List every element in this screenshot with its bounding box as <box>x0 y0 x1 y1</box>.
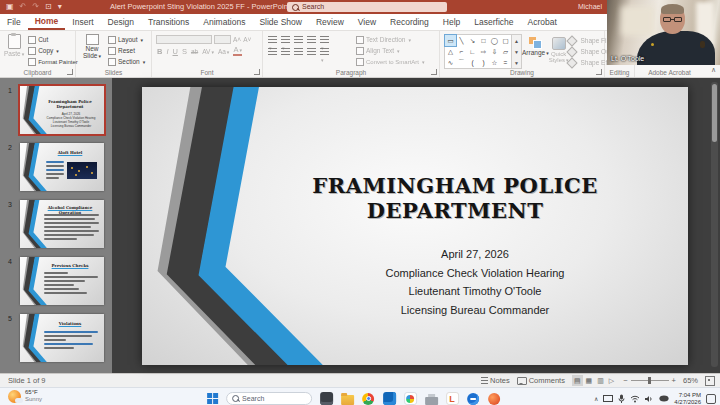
text-direction-button[interactable]: Text Direction <box>356 34 425 45</box>
taskbar-app-printer[interactable] <box>424 391 438 405</box>
zoom-slider-thumb[interactable] <box>648 377 651 384</box>
start-slideshow-icon[interactable]: ⊡ <box>45 0 52 14</box>
canvas-scrollbar[interactable] <box>711 82 718 367</box>
weather-widget[interactable]: 65°F Sunny <box>8 389 42 403</box>
strikethrough-button[interactable]: ab <box>191 48 198 55</box>
align-left-button[interactable] <box>268 48 277 55</box>
gallery-scroll-up-icon[interactable]: ▲ <box>512 35 521 46</box>
customize-qat-icon[interactable]: ▾ <box>58 0 62 14</box>
tab-insert[interactable]: Insert <box>65 14 100 30</box>
slideshow-view-icon[interactable]: ▷ <box>607 375 616 386</box>
reading-view-icon[interactable]: ▥ <box>595 375 606 386</box>
shape-text-box-icon[interactable]: ▭ <box>445 35 456 46</box>
tab-file[interactable]: File <box>0 14 28 30</box>
copy-button[interactable]: Copy <box>28 45 78 56</box>
account-user-name[interactable]: Michael <box>578 0 602 14</box>
tab-laserfiche[interactable]: Laserfiche <box>467 14 520 30</box>
zoom-level[interactable]: 65% <box>683 376 698 385</box>
taskbar-app-chrome[interactable] <box>361 391 375 405</box>
wifi-icon[interactable] <box>630 395 640 403</box>
shape-line-icon[interactable]: ╲ <box>456 35 467 46</box>
zoom-in-icon[interactable]: + <box>672 376 676 385</box>
taskbar-search-box[interactable]: Search <box>226 392 312 405</box>
gallery-scroll-down-icon[interactable]: ▼ <box>512 46 521 57</box>
change-case-button[interactable]: Aa <box>218 48 229 55</box>
taskbar-app-blue-circle[interactable] <box>466 391 480 405</box>
shape-curve-icon[interactable]: ∿ <box>445 57 456 68</box>
volume-icon[interactable] <box>645 395 654 403</box>
start-button[interactable] <box>207 393 219 405</box>
convert-smartart-button[interactable]: Convert to SmartArt <box>356 56 425 67</box>
reset-button[interactable]: Reset <box>108 45 145 56</box>
character-spacing-button[interactable]: AV <box>202 48 214 55</box>
hidden-icons-chevron-icon[interactable]: ∧ <box>594 395 598 402</box>
bullets-button[interactable] <box>268 36 277 43</box>
microphone-icon[interactable] <box>618 394 625 403</box>
increase-indent-button[interactable] <box>307 36 316 43</box>
shape-equal-icon[interactable]: = <box>500 57 511 68</box>
text-shadow-button[interactable]: S <box>182 47 187 56</box>
shape-rounded-rectangle-icon[interactable]: ▢ <box>500 35 511 46</box>
tab-transitions[interactable]: Transitions <box>141 14 196 30</box>
shape-rectangle-icon[interactable]: □ <box>478 35 489 46</box>
redo-icon[interactable]: ↷ <box>32 0 39 14</box>
tab-slide-show[interactable]: Slide Show <box>252 14 309 30</box>
line-spacing-button[interactable] <box>320 36 329 43</box>
taskbar-app-dark-notebook[interactable] <box>319 391 333 405</box>
taskbar-app-outlook[interactable] <box>382 391 396 405</box>
grow-font-button[interactable]: A˄ <box>233 36 241 43</box>
undo-icon[interactable]: ↶ <box>20 0 27 14</box>
shape-right-angle-icon[interactable]: ∟ <box>467 46 478 57</box>
align-right-button[interactable] <box>294 48 303 55</box>
comments-button[interactable]: Comments <box>517 376 565 385</box>
tab-recording[interactable]: Recording <box>383 14 436 30</box>
justify-button[interactable] <box>307 48 316 55</box>
slide-thumbnail-5[interactable]: Violations <box>20 314 104 362</box>
drawing-dialog-launcher[interactable] <box>596 69 602 75</box>
cut-button[interactable]: Cut <box>28 34 78 45</box>
tab-animations[interactable]: Animations <box>196 14 252 30</box>
taskbar-clock[interactable]: 7:04 PM 4/27/2026 <box>674 392 701 405</box>
tab-acrobat[interactable]: Acrobat <box>521 14 564 30</box>
arrange-button[interactable]: Arrange <box>522 34 549 69</box>
shape-triangle-icon[interactable]: △ <box>445 46 456 57</box>
zoom-out-icon[interactable]: − <box>623 376 627 385</box>
cast-screen-icon[interactable] <box>603 395 613 403</box>
tab-review[interactable]: Review <box>309 14 351 30</box>
italic-button[interactable]: I <box>166 47 168 56</box>
shrink-font-button[interactable]: A˅ <box>243 36 251 43</box>
slide-thumbnail-3[interactable]: Alcohol Compliance Operation <box>20 200 104 248</box>
scrollbar-thumb[interactable] <box>712 84 717 142</box>
font-size-combobox[interactable] <box>214 35 231 44</box>
bold-button[interactable]: B <box>157 47 162 56</box>
tab-help[interactable]: Help <box>436 14 467 30</box>
new-slide-button[interactable]: New Slide <box>79 31 105 67</box>
taskbar-app-laserfiche[interactable]: L <box>445 391 459 405</box>
notification-center-icon[interactable] <box>706 394 716 404</box>
taskbar-app-file-explorer[interactable] <box>340 391 354 405</box>
clipboard-dialog-launcher[interactable] <box>67 69 73 75</box>
numbering-button[interactable] <box>281 36 290 43</box>
shape-parallelogram-icon[interactable]: ▱ <box>500 46 511 57</box>
decrease-indent-button[interactable] <box>294 36 303 43</box>
slide-subtitle[interactable]: April 27, 2026 Compliance Check Violatio… <box>292 245 658 319</box>
current-slide[interactable]: FRAMINGHAM POLICE DEPARTMENT April 27, 2… <box>142 87 688 365</box>
zoom-slider[interactable] <box>631 380 669 381</box>
normal-view-icon[interactable]: ▤ <box>572 375 583 386</box>
paragraph-dialog-launcher[interactable] <box>431 69 437 75</box>
font-color-button[interactable]: A <box>233 46 242 56</box>
shape-left-brace-icon[interactable]: ( <box>467 57 478 68</box>
title-search-box[interactable]: Search <box>287 2 447 12</box>
shape-oval-icon[interactable]: ◯ <box>489 35 500 46</box>
taskbar-app-photos[interactable] <box>403 391 417 405</box>
shape-right-brace-icon[interactable]: ) <box>478 57 489 68</box>
fit-slide-to-window-icon[interactable] <box>705 376 715 386</box>
gallery-more-icon[interactable]: ▼ <box>512 57 521 68</box>
paste-button[interactable]: Paste <box>4 31 24 67</box>
shape-arrow-icon[interactable]: ↘ <box>467 35 478 46</box>
shape-star-icon[interactable]: ☆ <box>489 57 500 68</box>
columns-button[interactable] <box>320 48 329 55</box>
slide-thumbnail-4[interactable]: Previous Checks <box>20 257 104 305</box>
tab-view[interactable]: View <box>351 14 383 30</box>
gamepad-icon[interactable] <box>659 395 669 402</box>
